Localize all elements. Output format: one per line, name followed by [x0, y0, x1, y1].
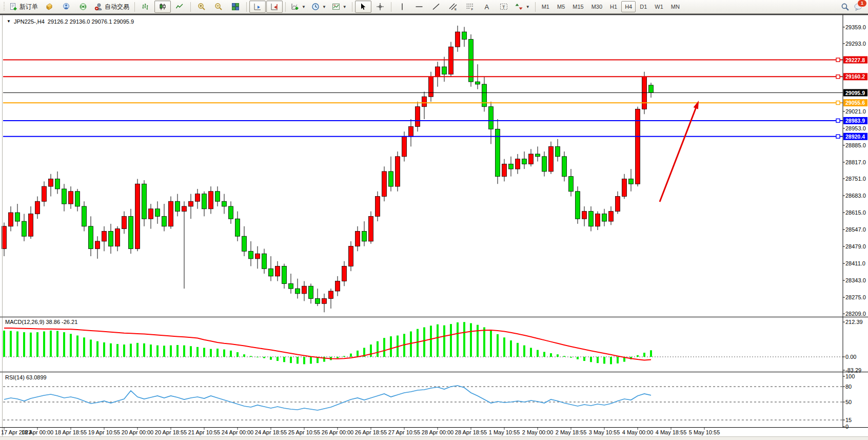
candle-down	[15, 213, 20, 221]
horizontal-line-tool-button[interactable]	[411, 1, 427, 13]
svg-text:28547.0: 28547.0	[845, 226, 866, 233]
candle-up	[376, 197, 380, 217]
auto-scroll-button[interactable]	[249, 1, 266, 13]
line-handle[interactable]	[836, 119, 840, 122]
zoom-out-button[interactable]	[210, 1, 227, 13]
vertical-line-tool-button[interactable]	[394, 1, 410, 13]
candle-down	[262, 254, 267, 269]
chat-button[interactable]: 1	[854, 3, 863, 11]
arrows-tool-button[interactable]: ▼	[512, 1, 532, 13]
candlestick-icon	[159, 3, 167, 11]
indicators-button[interactable]: ▼	[288, 1, 308, 13]
equidistant-channel-tool-button[interactable]: E	[445, 1, 461, 13]
candle-down	[282, 266, 287, 283]
line-handle[interactable]	[836, 75, 840, 79]
candle-up	[275, 266, 280, 276]
timeframe-w1-button[interactable]: W1	[651, 1, 667, 12]
auto-trading-label: 自动交易	[105, 3, 129, 11]
svg-text:80: 80	[845, 384, 852, 390]
community-button[interactable]	[58, 1, 74, 13]
candle-up	[182, 206, 187, 212]
toolbar-separator	[246, 2, 247, 12]
timeframe-label: M15	[573, 4, 583, 10]
time-axis[interactable]: 17 Apr 202318 Apr 00:0018 Apr 18:5519 Ap…	[1, 428, 720, 435]
svg-text:29055.6: 29055.6	[845, 100, 865, 106]
candle-down	[442, 67, 447, 74]
fibonacci-tool-button[interactable]: F	[462, 1, 478, 13]
chart-canvas[interactable]: 29227.829160.229095.929055.628983.928920…	[0, 14, 868, 440]
cursor-tool-button[interactable]	[355, 1, 371, 13]
candle-down	[82, 206, 87, 226]
candlestick-mode-button[interactable]	[154, 1, 171, 13]
line-handle[interactable]	[836, 135, 840, 138]
svg-text:4 May 00:00: 4 May 00:00	[622, 429, 654, 435]
svg-text:212.39: 212.39	[845, 319, 863, 325]
line-handle[interactable]	[836, 101, 840, 105]
svg-text:18 Apr 00:00: 18 Apr 00:00	[22, 429, 53, 435]
candle-up	[422, 97, 427, 106]
candle-up	[382, 171, 387, 197]
svg-text:29021.0: 29021.0	[845, 108, 866, 114]
line-handle[interactable]	[836, 58, 840, 62]
timeframe-m30-button[interactable]: M30	[588, 1, 606, 12]
candle-down	[75, 192, 80, 206]
search-icon[interactable]	[841, 3, 850, 11]
crosshair-tool-button[interactable]	[372, 1, 388, 13]
candle-up	[336, 281, 340, 291]
line-chart-mode-button[interactable]	[171, 1, 188, 13]
candle-up	[616, 197, 620, 212]
candle-up	[409, 127, 413, 137]
templates-button[interactable]: ▼	[329, 1, 349, 13]
timeframe-d1-button[interactable]: D1	[636, 1, 650, 12]
timeframe-mn-button[interactable]: MN	[667, 1, 683, 12]
new-order-button[interactable]: 新订单	[7, 1, 41, 13]
candle-down	[162, 216, 167, 226]
collapse-triangle-icon[interactable]: ▼	[7, 20, 11, 24]
candle-down	[129, 216, 133, 248]
tile-windows-button[interactable]	[227, 1, 244, 13]
chart-shift-button[interactable]	[266, 1, 283, 13]
timeframe-h1-button[interactable]: H1	[606, 1, 621, 12]
trendline-tool-button[interactable]	[428, 1, 444, 13]
candle-up	[195, 194, 200, 202]
periods-button[interactable]: ▼	[309, 1, 329, 13]
bar-chart-mode-button[interactable]	[137, 1, 154, 13]
toolbar-separator	[190, 2, 191, 12]
svg-text:15: 15	[845, 417, 852, 423]
macd-indicator-label: MACD(12,26,9) 38.86 -26.21	[5, 319, 77, 325]
zoom-in-icon	[198, 3, 206, 11]
text-label-icon: T	[500, 3, 508, 11]
auto-trading-button[interactable]: 自动交易	[92, 1, 132, 13]
zoom-in-button[interactable]	[193, 1, 210, 13]
svg-text:29359.0: 29359.0	[845, 24, 866, 30]
candle-up	[189, 201, 193, 206]
candle-down	[482, 84, 487, 107]
svg-text:3 May 10:55: 3 May 10:55	[589, 429, 620, 435]
template-icon	[332, 3, 340, 11]
candle-down	[142, 184, 147, 219]
candle-down	[362, 231, 367, 241]
timeframe-m1-button[interactable]: M1	[538, 1, 553, 12]
candle-down	[62, 189, 67, 204]
timeframe-m15-button[interactable]: M15	[569, 1, 587, 12]
svg-text:28683.0: 28683.0	[845, 193, 866, 199]
candle-down	[89, 226, 93, 249]
candle-up	[456, 32, 460, 47]
signals-button[interactable]	[75, 1, 91, 13]
candle-up	[369, 216, 373, 241]
text-label-tool-button[interactable]: T	[496, 1, 512, 13]
candle-down	[309, 286, 313, 298]
text-tool-button[interactable]: A	[479, 1, 495, 13]
timeframe-m5-button[interactable]: M5	[554, 1, 568, 12]
candle-up	[115, 229, 120, 246]
candle-up	[436, 67, 440, 76]
horizontal-line-icon	[415, 3, 423, 11]
candle-up	[29, 214, 33, 236]
timeframe-h4-button[interactable]: H4	[621, 1, 636, 12]
candle-up	[609, 212, 614, 221]
candle-up	[35, 201, 40, 214]
svg-text:28343.0: 28343.0	[845, 277, 866, 283]
timeframe-label: M5	[557, 4, 565, 10]
svg-text:20 Apr 00:00: 20 Apr 00:00	[122, 429, 153, 435]
market-button[interactable]	[41, 1, 57, 13]
